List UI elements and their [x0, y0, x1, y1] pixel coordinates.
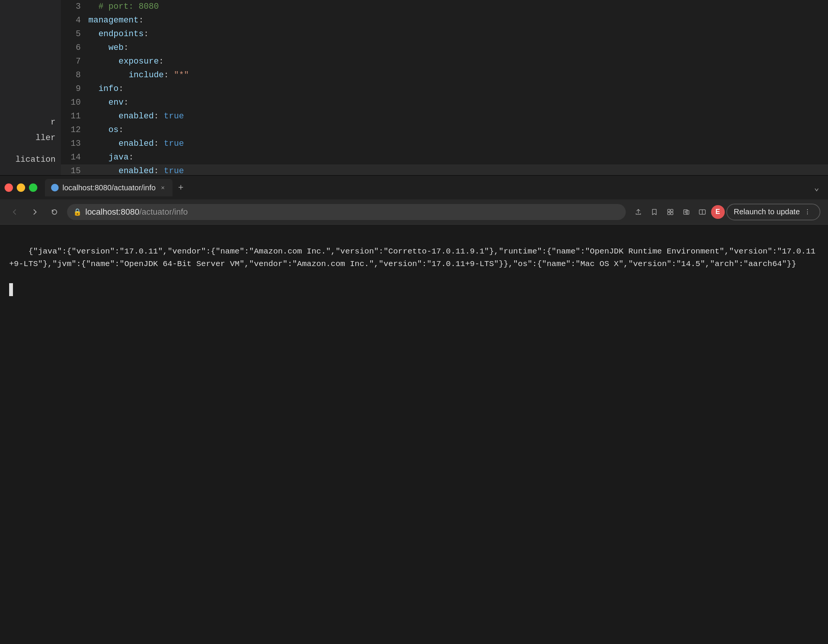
sidebar-label-3: [0, 146, 61, 152]
line-content-13: enabled: true: [88, 137, 828, 151]
line-num-6: 6: [61, 41, 88, 55]
profile-avatar[interactable]: E: [711, 205, 725, 219]
line-num-4: 4: [61, 14, 88, 27]
line-num-8: 8: [61, 69, 88, 82]
traffic-light-yellow[interactable]: [17, 183, 25, 192]
profile-initial: E: [716, 208, 720, 216]
url-path: /actuator/info: [139, 207, 188, 217]
line-num-14: 14: [61, 151, 88, 164]
traffic-light-green[interactable]: [29, 183, 37, 192]
traffic-light-red[interactable]: [5, 183, 13, 192]
line-num-3: 3: [61, 0, 88, 14]
line-num-10: 10: [61, 96, 88, 110]
address-bar: 🔒 localhost:8080/actuator/info: [0, 199, 828, 225]
editor-main: 3 # port: 8080 4 management: 5 endpoints…: [61, 0, 828, 175]
svg-rect-1: [671, 209, 673, 212]
browser-window: localhost:8080/actuator/info ✕ + ⌄ 🔒: [0, 175, 828, 644]
code-line-6: 6 web:: [61, 41, 828, 55]
line-num-5: 5: [61, 27, 88, 41]
sidebar-label-1: r: [0, 115, 61, 130]
code-line-9: 9 info:: [61, 82, 828, 96]
line-num-7: 7: [61, 55, 88, 69]
relaunch-button[interactable]: Relaunch to update ⋮: [726, 204, 820, 220]
code-line-13: 13 enabled: true: [61, 137, 828, 151]
code-line-8: 8 include: "*": [61, 69, 828, 82]
browser-content: {"java":{"version":"17.0.11","vendor":{"…: [0, 225, 828, 644]
url-host: localhost:8080: [85, 207, 139, 217]
browser-tab-active[interactable]: localhost:8080/actuator/info ✕: [45, 179, 173, 196]
editor-section: r ller lication 3 # port: 8080 4 managem…: [0, 0, 828, 175]
line-content-3: # port: 8080: [88, 0, 828, 14]
code-line-7: 7 exposure:: [61, 55, 828, 69]
line-num-11: 11: [61, 110, 88, 123]
back-button[interactable]: [8, 205, 22, 219]
tab-close-button[interactable]: ✕: [160, 184, 166, 191]
line-content-11: enabled: true: [88, 110, 828, 123]
traffic-lights: [5, 183, 37, 192]
code-line-5: 5 endpoints:: [61, 27, 828, 41]
line-num-13: 13: [61, 137, 88, 151]
split-view-icon[interactable]: [695, 205, 710, 219]
share-icon[interactable]: [631, 205, 646, 219]
code-lines: 3 # port: 8080 4 management: 5 endpoints…: [61, 0, 828, 175]
line-num-12: 12: [61, 123, 88, 137]
line-content-7: exposure:: [88, 55, 828, 69]
svg-rect-0: [668, 209, 670, 212]
line-num-9: 9: [61, 82, 88, 96]
line-content-6: web:: [88, 41, 828, 55]
line-content-14: java:: [88, 151, 828, 164]
editor-sidebar: r ller lication: [0, 0, 61, 175]
relaunch-label: Relaunch to update: [734, 207, 800, 216]
code-line-3: 3 # port: 8080: [61, 0, 828, 14]
tab-title: localhost:8080/actuator/info: [62, 183, 156, 192]
svg-rect-3: [671, 212, 673, 215]
code-line-11: 11 enabled: true: [61, 110, 828, 123]
extensions-icon[interactable]: [663, 205, 678, 219]
tab-favicon-icon: [51, 184, 59, 191]
code-line-4: 4 management:: [61, 14, 828, 27]
tab-menu-button[interactable]: ⌄: [810, 181, 823, 194]
code-line-15: 15 enabled: true: [61, 164, 828, 175]
relaunch-more-icon[interactable]: ⋮: [802, 207, 813, 217]
url-bar[interactable]: 🔒 localhost:8080/actuator/info: [67, 204, 626, 220]
line-content-9: info:: [88, 82, 828, 96]
sidebar-label-4: lication: [0, 152, 61, 167]
code-line-10: 10 env:: [61, 96, 828, 110]
bookmark-icon[interactable]: [647, 205, 662, 219]
new-tab-button[interactable]: +: [174, 181, 188, 194]
sidebar-label-2: ller: [0, 130, 61, 146]
svg-rect-2: [668, 212, 670, 215]
code-line-12: 12 os:: [61, 123, 828, 137]
forward-button[interactable]: [27, 205, 42, 219]
line-content-5: endpoints:: [88, 27, 828, 41]
tab-bar: localhost:8080/actuator/info ✕ + ⌄: [0, 176, 828, 199]
code-line-14: 14 java:: [61, 151, 828, 164]
lock-icon: 🔒: [73, 208, 82, 216]
json-content: {"java":{"version":"17.0.11","vendor":{"…: [9, 247, 815, 269]
line-content-15: enabled: true: [88, 164, 828, 175]
line-content-4: management:: [88, 14, 828, 27]
url-text: localhost:8080/actuator/info: [85, 207, 188, 217]
toolbar-icons: E Relaunch to update ⋮: [631, 204, 820, 220]
line-num-15: 15: [61, 164, 88, 175]
line-content-10: env:: [88, 96, 828, 110]
line-content-12: os:: [88, 123, 828, 137]
reading-list-icon[interactable]: [679, 205, 694, 219]
cursor: [9, 283, 13, 296]
reload-button[interactable]: [47, 205, 62, 219]
line-content-8: include: "*": [88, 69, 828, 82]
